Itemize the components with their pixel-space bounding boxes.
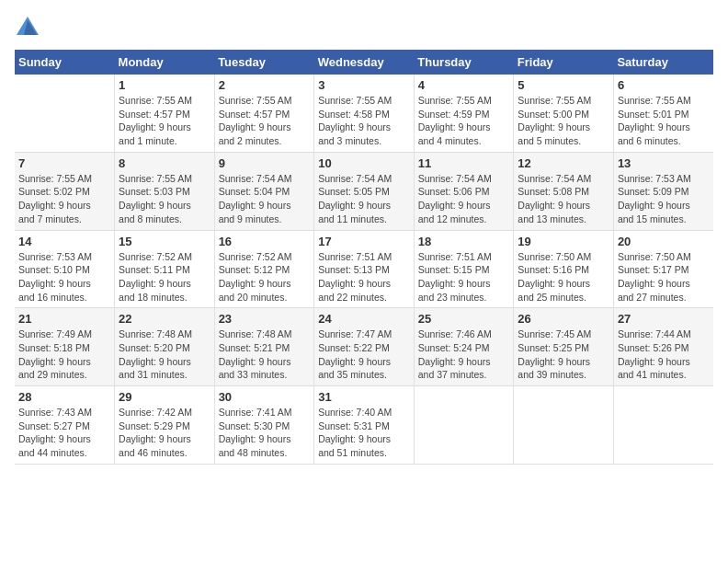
day-number: 21 (18, 312, 110, 326)
calendar-cell: 13Sunrise: 7:53 AM Sunset: 5:09 PM Dayli… (613, 152, 713, 230)
calendar-cell: 24Sunrise: 7:47 AM Sunset: 5:22 PM Dayli… (314, 308, 415, 386)
day-number: 5 (518, 78, 609, 92)
day-number: 8 (119, 156, 210, 170)
day-info: Sunrise: 7:50 AM Sunset: 5:17 PM Dayligh… (618, 250, 710, 304)
day-info: Sunrise: 7:48 AM Sunset: 5:20 PM Dayligh… (119, 327, 210, 382)
day-info: Sunrise: 7:50 AM Sunset: 5:16 PM Dayligh… (518, 250, 609, 304)
day-info: Sunrise: 7:48 AM Sunset: 5:21 PM Dayligh… (219, 327, 311, 382)
header (15, 15, 713, 40)
logo-icon (15, 15, 40, 40)
weekday-header-row: SundayMondayTuesdayWednesdayThursdayFrid… (15, 50, 713, 75)
day-number: 9 (219, 156, 311, 170)
day-number: 17 (318, 235, 410, 248)
day-number: 20 (618, 235, 710, 248)
day-info: Sunrise: 7:53 AM Sunset: 5:10 PM Dayligh… (18, 250, 110, 304)
day-number: 26 (518, 312, 609, 326)
calendar-week-row: 14Sunrise: 7:53 AM Sunset: 5:10 PM Dayli… (15, 230, 713, 308)
calendar-cell: 1Sunrise: 7:55 AM Sunset: 4:57 PM Daylig… (115, 75, 215, 152)
day-info: Sunrise: 7:49 AM Sunset: 5:18 PM Dayligh… (18, 327, 110, 382)
day-number: 6 (618, 78, 710, 92)
calendar-cell: 18Sunrise: 7:51 AM Sunset: 5:15 PM Dayli… (414, 230, 514, 308)
day-number: 1 (119, 78, 210, 92)
day-info: Sunrise: 7:55 AM Sunset: 4:57 PM Dayligh… (119, 94, 210, 148)
calendar-cell: 17Sunrise: 7:51 AM Sunset: 5:13 PM Dayli… (314, 230, 415, 308)
day-info: Sunrise: 7:47 AM Sunset: 5:22 PM Dayligh… (318, 327, 410, 382)
day-info: Sunrise: 7:42 AM Sunset: 5:29 PM Dayligh… (119, 406, 210, 460)
day-info: Sunrise: 7:55 AM Sunset: 4:57 PM Dayligh… (219, 94, 311, 148)
day-info: Sunrise: 7:52 AM Sunset: 5:12 PM Dayligh… (219, 250, 311, 304)
day-number: 24 (318, 312, 410, 326)
day-number: 22 (119, 312, 210, 326)
day-number: 4 (418, 78, 510, 92)
calendar-cell: 8Sunrise: 7:55 AM Sunset: 5:03 PM Daylig… (115, 152, 215, 230)
calendar-cell: 6Sunrise: 7:55 AM Sunset: 5:01 PM Daylig… (613, 75, 713, 152)
calendar-cell (414, 386, 514, 465)
calendar-cell: 15Sunrise: 7:52 AM Sunset: 5:11 PM Dayli… (115, 230, 215, 308)
day-info: Sunrise: 7:44 AM Sunset: 5:26 PM Dayligh… (618, 327, 710, 382)
calendar-cell: 9Sunrise: 7:54 AM Sunset: 5:04 PM Daylig… (214, 152, 314, 230)
day-info: Sunrise: 7:55 AM Sunset: 5:02 PM Dayligh… (18, 172, 110, 226)
calendar-week-row: 28Sunrise: 7:43 AM Sunset: 5:27 PM Dayli… (15, 386, 713, 465)
weekday-header-cell: Tuesday (214, 50, 314, 75)
day-number: 7 (18, 156, 110, 170)
day-info: Sunrise: 7:54 AM Sunset: 5:05 PM Dayligh… (318, 172, 410, 226)
calendar-cell: 22Sunrise: 7:48 AM Sunset: 5:20 PM Dayli… (115, 308, 215, 386)
day-number: 3 (318, 78, 410, 92)
day-number: 29 (119, 390, 210, 404)
calendar-week-row: 21Sunrise: 7:49 AM Sunset: 5:18 PM Dayli… (15, 308, 713, 386)
day-number: 11 (418, 156, 510, 170)
calendar-cell: 19Sunrise: 7:50 AM Sunset: 5:16 PM Dayli… (514, 230, 614, 308)
calendar-cell: 25Sunrise: 7:46 AM Sunset: 5:24 PM Dayli… (414, 308, 514, 386)
calendar-cell: 27Sunrise: 7:44 AM Sunset: 5:26 PM Dayli… (613, 308, 713, 386)
weekday-header-cell: Wednesday (314, 50, 415, 75)
day-number: 31 (318, 390, 410, 404)
day-info: Sunrise: 7:54 AM Sunset: 5:08 PM Dayligh… (518, 172, 609, 226)
day-info: Sunrise: 7:41 AM Sunset: 5:30 PM Dayligh… (219, 406, 311, 460)
day-number: 15 (119, 235, 210, 248)
calendar-cell: 29Sunrise: 7:42 AM Sunset: 5:29 PM Dayli… (115, 386, 215, 465)
calendar-cell: 12Sunrise: 7:54 AM Sunset: 5:08 PM Dayli… (514, 152, 614, 230)
calendar-cell: 31Sunrise: 7:40 AM Sunset: 5:31 PM Dayli… (314, 386, 415, 465)
calendar-cell: 2Sunrise: 7:55 AM Sunset: 4:57 PM Daylig… (214, 75, 314, 152)
calendar-week-row: 7Sunrise: 7:55 AM Sunset: 5:02 PM Daylig… (15, 152, 713, 230)
calendar-cell: 4Sunrise: 7:55 AM Sunset: 4:59 PM Daylig… (414, 75, 514, 152)
day-number: 16 (219, 235, 311, 248)
day-info: Sunrise: 7:54 AM Sunset: 5:04 PM Dayligh… (219, 172, 311, 226)
day-number: 13 (618, 156, 710, 170)
day-info: Sunrise: 7:55 AM Sunset: 5:01 PM Dayligh… (618, 94, 710, 148)
calendar-cell: 20Sunrise: 7:50 AM Sunset: 5:17 PM Dayli… (613, 230, 713, 308)
calendar-cell (613, 386, 713, 465)
day-info: Sunrise: 7:43 AM Sunset: 5:27 PM Dayligh… (18, 406, 110, 460)
weekday-header-cell: Monday (115, 50, 215, 75)
weekday-header-cell: Thursday (414, 50, 514, 75)
calendar-cell: 28Sunrise: 7:43 AM Sunset: 5:27 PM Dayli… (15, 386, 115, 465)
day-info: Sunrise: 7:53 AM Sunset: 5:09 PM Dayligh… (618, 172, 710, 226)
calendar-table: SundayMondayTuesdayWednesdayThursdayFrid… (15, 50, 713, 465)
day-number: 18 (418, 235, 510, 248)
day-number: 25 (418, 312, 510, 326)
calendar-cell: 30Sunrise: 7:41 AM Sunset: 5:30 PM Dayli… (214, 386, 314, 465)
day-info: Sunrise: 7:45 AM Sunset: 5:25 PM Dayligh… (518, 327, 609, 382)
day-info: Sunrise: 7:55 AM Sunset: 5:03 PM Dayligh… (119, 172, 210, 226)
calendar-body: 1Sunrise: 7:55 AM Sunset: 4:57 PM Daylig… (15, 75, 713, 464)
day-info: Sunrise: 7:55 AM Sunset: 4:58 PM Dayligh… (318, 94, 410, 148)
weekday-header-cell: Sunday (15, 50, 115, 75)
day-info: Sunrise: 7:40 AM Sunset: 5:31 PM Dayligh… (318, 406, 410, 460)
calendar-cell: 10Sunrise: 7:54 AM Sunset: 5:05 PM Dayli… (314, 152, 415, 230)
day-number: 19 (518, 235, 609, 248)
calendar-week-row: 1Sunrise: 7:55 AM Sunset: 4:57 PM Daylig… (15, 75, 713, 152)
calendar-cell: 11Sunrise: 7:54 AM Sunset: 5:06 PM Dayli… (414, 152, 514, 230)
calendar-cell: 23Sunrise: 7:48 AM Sunset: 5:21 PM Dayli… (214, 308, 314, 386)
day-info: Sunrise: 7:46 AM Sunset: 5:24 PM Dayligh… (418, 327, 510, 382)
calendar-cell: 3Sunrise: 7:55 AM Sunset: 4:58 PM Daylig… (314, 75, 415, 152)
day-info: Sunrise: 7:55 AM Sunset: 4:59 PM Dayligh… (418, 94, 510, 148)
day-number: 2 (219, 78, 311, 92)
logo (15, 15, 44, 40)
day-info: Sunrise: 7:51 AM Sunset: 5:13 PM Dayligh… (318, 250, 410, 304)
day-info: Sunrise: 7:54 AM Sunset: 5:06 PM Dayligh… (418, 172, 510, 226)
calendar-cell: 21Sunrise: 7:49 AM Sunset: 5:18 PM Dayli… (15, 308, 115, 386)
day-number: 14 (18, 235, 110, 248)
day-number: 23 (219, 312, 311, 326)
day-number: 12 (518, 156, 609, 170)
weekday-header-cell: Saturday (613, 50, 713, 75)
